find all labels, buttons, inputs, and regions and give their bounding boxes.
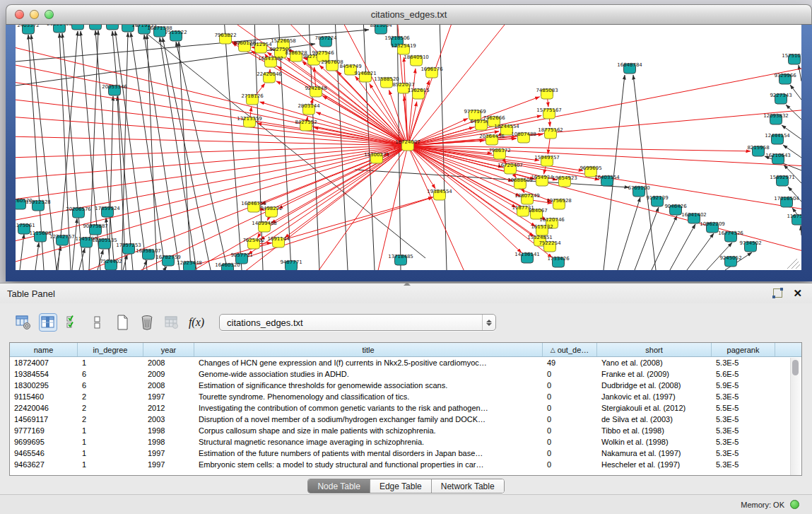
table-cell: 19384554 <box>10 370 78 378</box>
table-cell: Estimation of the future numbers of pati… <box>194 449 543 457</box>
column-header-title[interactable]: title <box>194 343 543 356</box>
table-row[interactable]: 1830029562008Estimation of significance … <box>10 380 801 391</box>
graph-node-label: 1175061 <box>16 223 35 228</box>
graph-node[interactable] <box>72 25 84 30</box>
close-panel-icon[interactable]: ✕ <box>793 288 802 298</box>
table-cell: 2009 <box>143 370 194 378</box>
table-cell: Disruption of a novel member of a sodium… <box>194 415 543 424</box>
graph-node-label: 14136141 <box>514 252 540 257</box>
graph-node-label: 16460320 <box>215 262 240 268</box>
select-all-icon[interactable] <box>64 313 82 332</box>
table-cell: 2 <box>78 404 143 412</box>
graph-node-label: 7857224 <box>314 35 337 41</box>
column-header-in_degree[interactable]: in_degree <box>78 343 143 356</box>
graph-node-label: 12023448 <box>177 260 202 266</box>
minimize-window-button[interactable] <box>30 10 39 19</box>
column-header-name[interactable]: name <box>10 343 78 356</box>
float-panel-icon[interactable] <box>773 288 782 298</box>
show-columns-icon[interactable] <box>39 313 57 332</box>
table-mode-icon[interactable] <box>14 313 33 332</box>
tab-node-table[interactable]: Node Table <box>308 479 370 493</box>
graph-node-label: 8427552 <box>295 119 317 125</box>
scrollbar-thumb[interactable] <box>792 360 799 375</box>
graph-node-label: 18775162 <box>538 127 563 133</box>
table-panel: Table Panel ✕ f(x) citations_edges.t <box>0 283 812 514</box>
unselect-all-icon[interactable] <box>88 313 107 332</box>
table-cell: 1 <box>78 358 143 367</box>
delete-table-icon[interactable] <box>138 313 156 332</box>
table-row[interactable]: 911546021997Tourette syndrome. Phenomeno… <box>10 391 801 402</box>
table-row[interactable]: 1938455462009Genome-wide association stu… <box>10 368 801 380</box>
graph-node-label: 17016504 <box>774 196 799 201</box>
table-cell: 2003 <box>143 415 194 424</box>
table-cell: 0 <box>543 415 597 424</box>
graph-node-label: 9827546 <box>312 50 334 56</box>
graph-node-label: 19384554 <box>427 189 452 194</box>
table-cell: 9777169 <box>10 426 78 435</box>
graph-node-label: 12505135 <box>92 238 117 243</box>
graph-node-label: 7625402 <box>242 238 264 243</box>
graph-node-label: 9329966 <box>774 73 796 78</box>
table-panel-title: Table Panel <box>7 288 55 299</box>
column-header-pagerank[interactable]: pagerank <box>712 343 775 356</box>
function-builder-icon[interactable]: f(x) <box>187 313 206 332</box>
column-header-year[interactable]: year <box>143 343 194 356</box>
graph-node-label: 1615132 <box>531 224 553 230</box>
graph-node-label: 20691406 <box>47 25 72 27</box>
table-cell: 5.6E-5 <box>712 370 775 378</box>
table-cell: Estimation of significance thresholds fo… <box>194 381 543 390</box>
table-cell: 1 <box>78 438 143 446</box>
status-bar: Memory: OK <box>0 494 812 514</box>
graph-node-label: 8454749 <box>339 64 361 69</box>
graph-node-label: 9734502 <box>739 240 761 246</box>
table-row[interactable]: 969969511998Structural magnetic resonanc… <box>10 436 801 448</box>
table-cell: 22420046 <box>10 404 78 412</box>
table-row[interactable]: 1872400712008Changes of HCN gene express… <box>10 357 801 368</box>
window-titlebar[interactable]: citations_edges.txt <box>6 4 812 25</box>
table-cell: Hescheler et al. (1997) <box>597 460 712 469</box>
graph-node-label: 16782759 <box>155 255 181 260</box>
table-cell: 0 <box>543 438 597 446</box>
graph-node[interactable] <box>90 25 102 30</box>
table-body: 1872400712008Changes of HCN gene express… <box>10 357 801 470</box>
graph-node-label: 16958107 <box>136 248 161 254</box>
graph-node-label: 16041402 <box>681 212 707 218</box>
column-header-short[interactable]: short <box>597 343 712 356</box>
table-cell: Nakamura et al. (1997) <box>597 449 712 457</box>
table-row[interactable]: 977716911998Corpus callosum shape and si… <box>10 425 801 436</box>
table-cell: 0 <box>543 381 597 390</box>
table-cell: Tourette syndrome. Phenomenology and cla… <box>194 392 543 401</box>
table-cell: Tibbo et al. (1998) <box>597 426 712 435</box>
close-window-button[interactable] <box>15 10 24 19</box>
zoom-window-button[interactable] <box>45 10 54 19</box>
graph-node-label: 9699695 <box>579 165 601 171</box>
graph-node-label: 9487771 <box>280 259 302 265</box>
network-canvas[interactable]: 1872400724055722069140626931786106532871… <box>16 25 801 270</box>
table-chooser-dropdown[interactable]: citations_edges.txt <box>219 314 496 331</box>
resize-grip-icon[interactable] <box>787 259 800 269</box>
table-row[interactable]: 946554611997Estimation of the future num… <box>10 448 801 459</box>
table-row[interactable]: 2242004622012Investigating the contribut… <box>10 402 801 414</box>
graph-node-label: 18244554 <box>494 124 519 129</box>
table-cell: 1 <box>78 449 143 457</box>
table-row[interactable]: 946362711997Embryonic stem cells: a mode… <box>10 459 801 470</box>
citation-network-graph[interactable]: 1872400724055722069140626931786106532871… <box>16 25 801 270</box>
new-table-icon[interactable] <box>113 313 131 332</box>
tab-network-table[interactable]: Network Table <box>432 479 504 493</box>
table-scrollbar[interactable] <box>790 358 801 475</box>
table-row[interactable]: 1456911722003Disruption of a novel membe… <box>10 414 801 425</box>
graph-node-label: 16120746 <box>539 217 565 223</box>
graph-node-label: 12325419 <box>391 43 416 49</box>
table-toolbar: f(x) citations_edges.txt <box>14 312 496 333</box>
table-cell: 5.3E-5 <box>712 460 775 469</box>
table-cell: 5.3E-5 <box>712 415 775 424</box>
split-pane-grip[interactable] <box>404 282 411 286</box>
table-cell: 1 <box>78 426 143 435</box>
tab-edge-table[interactable]: Edge Table <box>370 479 432 493</box>
table-cell: 2008 <box>143 358 194 367</box>
import-table-icon <box>163 313 181 332</box>
column-header-out_de[interactable]: △out_de… <box>543 343 597 356</box>
window-title: citations_edges.txt <box>371 9 447 20</box>
table-cell: 14569117 <box>10 415 78 424</box>
table-cell: 9465546 <box>10 449 78 457</box>
